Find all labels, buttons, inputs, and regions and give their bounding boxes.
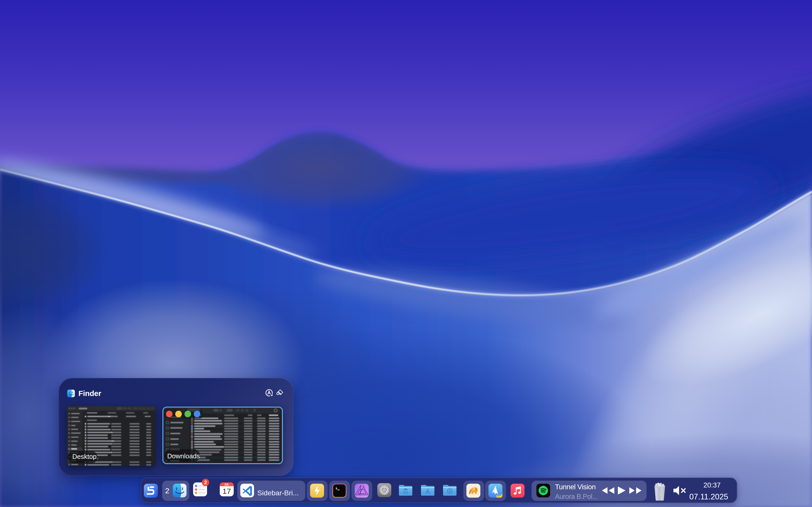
svg-text:2: 2 — [204, 480, 207, 485]
svg-text:17: 17 — [222, 487, 231, 495]
svg-text:JUL: JUL — [224, 483, 229, 486]
